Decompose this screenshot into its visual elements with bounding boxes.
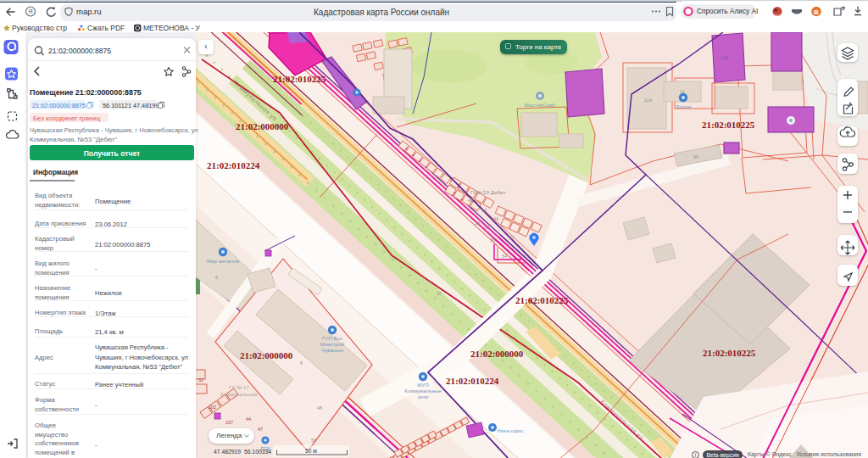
svg-text:ГУП Бос: ГУП Бос: [322, 335, 342, 341]
svg-text:48: 48: [317, 405, 322, 411]
svg-text:Мир металла: Мир металла: [207, 258, 240, 264]
svg-text:32: 32: [198, 377, 203, 383]
svg-text:21:02:010225: 21:02:010225: [515, 295, 569, 305]
svg-text:сети: сети: [418, 394, 429, 399]
svg-text:Коммунальщик: Коммунальщик: [220, 391, 258, 397]
svg-text:102: 102: [209, 405, 216, 410]
svg-text:10: 10: [509, 235, 514, 240]
svg-text:Чувашии: Чувашии: [321, 347, 343, 353]
svg-text:50 м: 50 м: [305, 448, 317, 454]
svg-text:52: 52: [484, 225, 489, 230]
svg-text:9б: 9б: [693, 154, 698, 159]
svg-text:10: 10: [437, 291, 442, 296]
svg-text:11: 11: [680, 89, 685, 94]
svg-text:21:02:010224: 21:02:010224: [446, 376, 499, 386]
svg-text:21:02:010225: 21:02:010225: [702, 120, 755, 130]
svg-text:Минстрой: Минстрой: [320, 341, 345, 347]
svg-text:107: 107: [225, 420, 233, 425]
svg-text:17а: 17а: [721, 55, 729, 60]
svg-text:36: 36: [490, 237, 495, 243]
svg-text:ГК № 17: ГК № 17: [229, 384, 249, 390]
svg-text:Элком: Элком: [676, 103, 691, 109]
svg-text:6: 6: [215, 275, 218, 280]
svg-text:47: 47: [258, 427, 263, 432]
svg-text:Коммунальные: Коммунальные: [404, 388, 442, 394]
svg-text:21:02:010224: 21:02:010224: [207, 160, 260, 170]
svg-text:21:02:010225: 21:02:010225: [703, 348, 756, 358]
svg-text:МУП: МУП: [417, 382, 429, 388]
svg-text:21:02:010225: 21:02:010225: [273, 74, 326, 84]
svg-text:44: 44: [246, 416, 251, 422]
svg-text:21:02:000000: 21:02:000000: [236, 121, 289, 131]
svg-text:21:02:000000: 21:02:000000: [470, 349, 524, 359]
svg-text:13: 13: [481, 208, 487, 213]
svg-text:11А: 11А: [644, 98, 653, 103]
svg-text:44: 44: [493, 216, 498, 221]
svg-text:29: 29: [475, 221, 480, 226]
svg-text:МастерСнаб: МастерСнаб: [525, 102, 556, 108]
svg-text:21:02:000000: 21:02:000000: [240, 350, 293, 360]
svg-text:49: 49: [468, 198, 473, 203]
svg-text:54: 54: [502, 254, 507, 259]
svg-text:8: 8: [300, 360, 303, 366]
svg-text:Ника-офис: Ника-офис: [497, 427, 523, 433]
svg-text:Я: Я: [28, 8, 32, 15]
svg-text:ГК№ 53 Дебют: ГК№ 53 Дебют: [470, 189, 507, 195]
svg-text:54: 54: [311, 438, 316, 443]
svg-text:B: B: [814, 8, 819, 16]
